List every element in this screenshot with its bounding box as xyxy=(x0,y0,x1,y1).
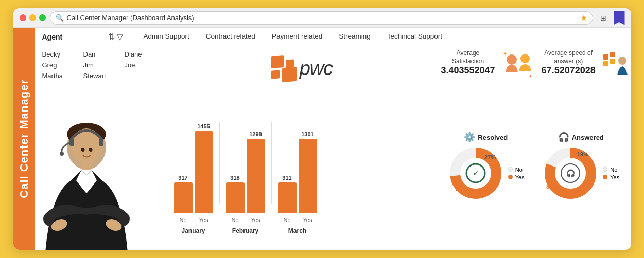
mar-yes-value: 1301 xyxy=(301,131,314,137)
charts-row: 317 No 1455 Yes January xyxy=(169,91,436,250)
bookmark-icon[interactable] xyxy=(614,11,625,25)
answered-yes-label: Yes xyxy=(610,174,619,180)
center-panel: pwc 317 No xyxy=(169,45,436,250)
jan-month-label: January xyxy=(181,227,205,234)
answered-no-label: No xyxy=(610,167,617,173)
main-window: 🔍 Call Center Manager (Dashboard Analysi… xyxy=(13,8,631,250)
agent-martha[interactable]: Martha xyxy=(42,72,83,80)
satisfaction-stat: Average Satisfaction 3.403552047 xyxy=(441,49,495,76)
january-bars: 317 No 1455 Yes xyxy=(174,123,213,223)
mar-no-label: No xyxy=(283,217,290,223)
sidebar-label-panel: Call Center Manager xyxy=(13,28,35,250)
minimize-button[interactable] xyxy=(29,14,36,21)
answered-title: 🎧 Answered xyxy=(558,132,604,143)
mar-yes-bar: 1301 Yes xyxy=(299,131,317,223)
sort-icon[interactable]: ⇅ xyxy=(108,32,115,42)
donuts-row: ⚙️ Resolved xyxy=(441,87,626,246)
app-title: Call Center Manager xyxy=(18,79,31,198)
agent-greg[interactable]: Greg xyxy=(42,61,83,69)
svg-text:✦: ✦ xyxy=(503,51,507,57)
answered-no-dot xyxy=(603,167,607,172)
jan-no-rect xyxy=(174,182,193,213)
svg-text:27%: 27% xyxy=(484,154,496,160)
svg-point-12 xyxy=(520,54,530,63)
sep1 xyxy=(219,122,220,204)
resolved-label: Resolved xyxy=(478,134,508,141)
svg-text:73%: 73% xyxy=(455,186,466,192)
nav-filter-icons: ⇅ ▽ xyxy=(108,32,123,42)
pwc-text: pwc xyxy=(300,58,333,80)
mar-yes-rect xyxy=(299,139,317,213)
feb-no-label: No xyxy=(231,217,238,223)
resolved-donut-container: ⚙️ Resolved xyxy=(447,132,525,201)
jan-yes-value: 1455 xyxy=(197,123,210,130)
svg-rect-8 xyxy=(81,161,92,170)
jan-yes-label: Yes xyxy=(199,217,208,223)
stats-row: Average Satisfaction 3.403552047 xyxy=(441,49,626,85)
feb-yes-label: Yes xyxy=(251,217,260,223)
filter-nav-icon[interactable]: ▽ xyxy=(117,32,123,42)
agent-joe[interactable]: Joe xyxy=(125,61,166,69)
svg-text:✦: ✦ xyxy=(529,74,532,79)
satisfaction-value: 3.403552047 xyxy=(441,65,495,76)
agent-jim[interactable]: Jim xyxy=(83,61,125,69)
svg-rect-18 xyxy=(610,59,615,64)
jan-no-bar: 317 No xyxy=(174,175,193,223)
feb-month-label: February xyxy=(232,227,258,234)
star-icon[interactable]: ★ xyxy=(580,13,587,23)
resolved-no-label: No xyxy=(515,167,523,173)
agent-diane[interactable]: Diane xyxy=(125,50,166,58)
resolved-title: ⚙️ Resolved xyxy=(464,132,508,143)
svg-rect-15 xyxy=(603,54,608,60)
search-icon: 🔍 xyxy=(56,14,64,22)
svg-point-11 xyxy=(507,54,517,65)
answered-icon: 🎧 xyxy=(558,132,569,143)
resolved-no-legend: No xyxy=(508,167,525,173)
speed-stat: Average speed of answer (s) 67.52072028 xyxy=(542,49,596,76)
svg-point-7 xyxy=(89,148,92,152)
stats-illustration: ✦ ✦ xyxy=(500,49,536,85)
agent-label: Agent xyxy=(42,33,104,41)
body-row: Becky Dan Diane Greg Jim Joe Martha Stew… xyxy=(35,45,631,250)
jan-yes-rect xyxy=(195,131,213,213)
feb-yes-bar: 1298 Yes xyxy=(247,131,265,223)
resolved-no-dot xyxy=(508,167,513,172)
february-bars: 318 No 1298 Yes xyxy=(226,131,265,223)
january-chart: 317 No 1455 Yes January xyxy=(174,123,213,234)
filter-icon[interactable]: ⊞ xyxy=(600,14,606,22)
tab-admin-support[interactable]: Admin Support xyxy=(144,32,189,41)
mar-no-bar: 311 No xyxy=(278,175,297,223)
agent-dan[interactable]: Dan xyxy=(83,50,125,58)
jan-yes-bar: 1455 Yes xyxy=(195,123,213,223)
svg-text:✓: ✓ xyxy=(472,169,479,177)
close-button[interactable] xyxy=(20,14,26,21)
pwc-logo-area: pwc xyxy=(169,45,436,91)
mar-yes-label: Yes xyxy=(303,217,312,223)
sep2 xyxy=(271,122,272,204)
url-bar[interactable]: 🔍 Call Center Manager (Dashboard Analysi… xyxy=(50,11,593,25)
nav-tabs: Admin Support Contract related Payment r… xyxy=(133,32,624,41)
tab-payment-related[interactable]: Payment related xyxy=(272,32,322,41)
svg-text:19%: 19% xyxy=(577,151,588,157)
resolved-yes-legend: Yes xyxy=(508,174,525,180)
tab-contract-related[interactable]: Contract related xyxy=(206,32,255,41)
agent-image xyxy=(35,106,143,250)
tab-streaming[interactable]: Streaming xyxy=(339,32,371,41)
tab-technical-support[interactable]: Technical Support xyxy=(387,32,442,41)
maximize-button[interactable] xyxy=(39,14,46,21)
answered-legend: No Yes xyxy=(603,167,619,180)
svg-rect-4 xyxy=(99,139,103,146)
answered-no-legend: No xyxy=(603,167,619,173)
mar-no-value: 311 xyxy=(282,175,291,181)
right-panel: Average Satisfaction 3.403552047 xyxy=(436,45,631,250)
march-chart: 311 No 1301 Yes March xyxy=(278,131,317,234)
content-area: Agent ⇅ ▽ Admin Support Contract related… xyxy=(35,28,631,250)
speed-value: 67.52072028 xyxy=(542,65,596,76)
agent-stewart[interactable]: Stewart xyxy=(83,72,125,80)
answered-donut-wrapper: 🎧 19% 81% No xyxy=(542,145,619,201)
svg-point-19 xyxy=(618,57,626,65)
mar-no-rect xyxy=(278,182,297,213)
agent-becky[interactable]: Becky xyxy=(42,50,83,58)
agent-grid: Becky Dan Diane Greg Jim Joe Martha Stew… xyxy=(35,45,169,85)
resolved-donut-wrapper: ✓ 27% 73% No xyxy=(447,145,525,201)
